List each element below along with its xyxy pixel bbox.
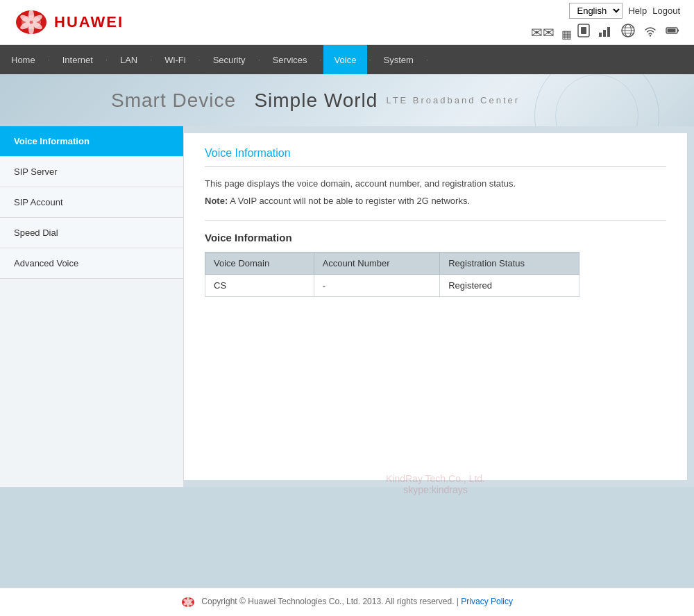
content-panel: Voice Information This page displays the…: [184, 133, 687, 480]
lang-help-area: English 中文 Help Logout: [569, 3, 680, 19]
table-header-row: Voice Domain Account Number Registration…: [205, 253, 579, 275]
nav-wifi[interactable]: Wi-Fi: [153, 45, 196, 74]
sidebar-label-advanced-voice: Advanced Voice: [14, 258, 78, 268]
sidebar-label-sip-account: SIP Account: [14, 197, 63, 207]
svg-rect-9: [581, 27, 586, 34]
huawei-logo-icon: [14, 8, 49, 36]
nav-security[interactable]: Security: [202, 45, 257, 74]
signal-icon: [598, 23, 613, 42]
nav-sep-6: ·: [319, 55, 323, 64]
nav-services[interactable]: Services: [262, 45, 319, 74]
sidebar-item-voice-information[interactable]: Voice Information: [0, 126, 183, 157]
brand-name: HUAWEI: [54, 13, 124, 31]
col-account-number: Account Number: [314, 253, 439, 275]
footer: Copyright © Huawei Technologies Co., Ltd…: [0, 588, 694, 616]
sidebar-item-speed-dial[interactable]: Speed Dial: [0, 218, 183, 248]
content-note: Note: A VoIP account will not be able to…: [205, 196, 666, 206]
section-title: Voice Information: [205, 232, 666, 243]
banner: Smart Device Simple World LTE Broadband …: [0, 74, 694, 126]
table-row: CS - Registered: [205, 275, 579, 297]
col-registration-status: Registration Status: [440, 253, 579, 275]
section-divider: [205, 220, 666, 221]
watermark: KindRay Tech.Co., Ltd. skype:kindrays: [205, 473, 666, 495]
help-link[interactable]: Help: [628, 6, 647, 16]
nav-sep-4: ·: [197, 55, 202, 64]
svg-rect-11: [603, 30, 606, 37]
content-description: This page displays the voice domain, acc…: [205, 178, 666, 189]
main-wrapper: Voice Information SIP Server SIP Account…: [0, 126, 694, 487]
nav-sep-5: ·: [257, 55, 262, 64]
nav-sep-1: ·: [46, 55, 51, 64]
logo-area: HUAWEI: [14, 8, 124, 36]
page-title: Voice Information: [205, 147, 666, 160]
sim-icon[interactable]: [561, 23, 591, 42]
nav-sep-3: ·: [149, 55, 153, 64]
svg-rect-10: [599, 33, 602, 37]
nav-internet[interactable]: Internet: [51, 45, 104, 74]
col-voice-domain: Voice Domain: [205, 253, 314, 275]
svg-rect-20: [668, 29, 676, 33]
nav-voice[interactable]: Voice: [323, 45, 368, 74]
cell-voice-domain: CS: [205, 275, 314, 297]
logout-link[interactable]: Logout: [652, 6, 680, 16]
nav-lan[interactable]: LAN: [109, 45, 149, 74]
svg-rect-12: [607, 27, 610, 37]
watermark-line1: KindRay Tech.Co., Ltd.: [205, 473, 666, 484]
svg-point-18: [650, 35, 651, 36]
sidebar-label-speed-dial: Speed Dial: [14, 228, 58, 238]
navbar: Home · Internet · LAN · Wi-Fi · Security…: [0, 45, 694, 74]
sidebar-label-voice-information: Voice Information: [14, 136, 90, 146]
banner-subtitle: LTE Broadband Center: [386, 95, 520, 105]
sidebar: Voice Information SIP Server SIP Account…: [0, 126, 184, 487]
nav-sep-2: ·: [104, 55, 109, 64]
cell-registration-status: Registered: [440, 275, 579, 297]
privacy-policy-link[interactable]: Privacy Policy: [461, 597, 513, 606]
banner-tagline: Smart Device Simple World: [111, 89, 378, 112]
footer-logo-icon: [181, 597, 195, 608]
cell-account-number: -: [314, 275, 439, 297]
nav-home[interactable]: Home: [0, 45, 46, 74]
sidebar-item-advanced-voice[interactable]: Advanced Voice: [0, 248, 183, 279]
sidebar-item-sip-account[interactable]: SIP Account: [0, 187, 183, 218]
nav-system[interactable]: System: [372, 45, 424, 74]
header-icons: ✉: [531, 23, 680, 42]
header: HUAWEI English 中文 Help Logout ✉: [0, 0, 694, 45]
nav-sep-8: ·: [425, 55, 430, 64]
nav-sep-7: ·: [367, 55, 372, 64]
watermark-line2: skype:kindrays: [205, 484, 666, 495]
envelope-icon[interactable]: ✉: [531, 24, 555, 41]
title-divider: [205, 166, 666, 167]
sidebar-label-sip-server: SIP Server: [14, 166, 58, 177]
battery-icon: [665, 23, 680, 42]
sidebar-item-sip-server[interactable]: SIP Server: [0, 157, 183, 187]
header-right: English 中文 Help Logout ✉: [531, 3, 680, 42]
wifi-icon[interactable]: [643, 23, 658, 42]
note-label: Note:: [205, 196, 228, 206]
voice-info-table: Voice Domain Account Number Registration…: [205, 252, 579, 297]
footer-copyright: Copyright © Huawei Technologies Co., Ltd…: [201, 597, 459, 606]
language-select[interactable]: English 中文: [569, 3, 623, 19]
note-text: A VoIP account will not be able to regis…: [230, 196, 470, 206]
svg-rect-21: [677, 30, 679, 32]
globe-icon[interactable]: [620, 23, 636, 42]
